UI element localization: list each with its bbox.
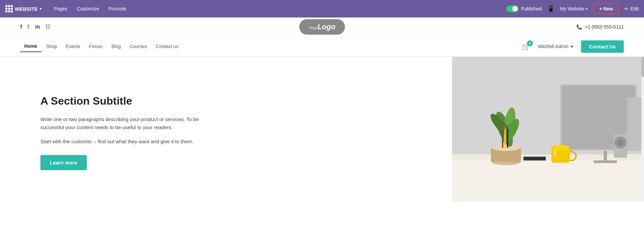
- mobile-device-icon[interactable]: 📱: [547, 5, 554, 12]
- desk-scene-svg: [452, 57, 644, 201]
- chevron-down-icon: ▾: [40, 7, 42, 11]
- phone-icon: 📞: [576, 24, 582, 30]
- office-image: [452, 57, 644, 201]
- nav-bar: Home Shop Events Forum Blog Courses Cont…: [0, 36, 644, 57]
- admin-bar: WEBSITE ▾ Pages Customize Promote Publis…: [0, 0, 644, 17]
- nav-contact-us[interactable]: Contact us: [152, 41, 182, 52]
- contact-us-button[interactable]: Contact Us: [581, 40, 624, 53]
- svg-rect-23: [504, 130, 506, 148]
- new-label: + New: [599, 6, 613, 11]
- twitter-icon[interactable]: 𝕥: [27, 24, 30, 30]
- my-website-label: My Website: [560, 6, 584, 11]
- nav-events[interactable]: Events: [62, 41, 84, 52]
- site-logo[interactable]: YourLogo: [299, 19, 345, 35]
- content-right: [452, 57, 644, 201]
- user-label: Mitchell Admin: [538, 44, 569, 49]
- instagram-icon[interactable]: ☷: [45, 24, 50, 30]
- svg-rect-25: [507, 129, 508, 148]
- svg-rect-6: [604, 151, 607, 161]
- published-label: Published: [521, 6, 542, 11]
- section-desc-1: Write one or two paragraphs describing y…: [40, 115, 209, 132]
- chevron-down-icon: ▾: [586, 7, 588, 11]
- nav-courses[interactable]: Courses: [126, 41, 151, 52]
- phone-area: 📞 +1 (650) 555-0111: [576, 24, 624, 30]
- website-logo-btn[interactable]: WEBSITE ▾: [5, 5, 42, 12]
- nav-right: 🛒 3 Mitchell Admin ▾ Contact Us: [522, 40, 624, 53]
- logo-your: Your: [308, 25, 317, 30]
- nav-links: Home Shop Events Forum Blog Courses Cont…: [20, 41, 182, 52]
- published-toggle-group: Published: [506, 5, 542, 12]
- my-website-btn[interactable]: My Website ▾: [560, 6, 588, 11]
- user-chevron-icon: ▾: [571, 44, 573, 49]
- customize-nav[interactable]: Customize: [73, 4, 103, 13]
- learn-more-button[interactable]: Learn more: [40, 155, 87, 170]
- nav-shop[interactable]: Shop: [42, 41, 61, 52]
- published-toggle[interactable]: [506, 5, 518, 12]
- nav-forum[interactable]: Forum: [85, 41, 106, 52]
- linkedin-icon[interactable]: in: [35, 24, 40, 30]
- content-left: A Section Subtitle Write one or two para…: [0, 57, 452, 201]
- svg-point-30: [551, 145, 570, 150]
- website-label: WEBSITE: [15, 6, 38, 12]
- edit-button[interactable]: ✏ Edit: [624, 6, 639, 11]
- section-desc-2: Start with the customer – find out what …: [40, 138, 209, 146]
- header-top: f 𝕥 in ☷ YourLogo 📞 +1 (650) 555-0111: [0, 17, 644, 36]
- svg-rect-3: [452, 160, 644, 201]
- section-title: A Section Subtitle: [40, 95, 432, 107]
- edit-label: Edit: [631, 6, 639, 11]
- nav-blog[interactable]: Blog: [107, 41, 125, 52]
- svg-point-18: [492, 144, 520, 151]
- user-menu[interactable]: Mitchell Admin ▾: [538, 44, 573, 49]
- facebook-icon[interactable]: f: [20, 24, 22, 30]
- main-content: A Section Subtitle Write one or two para…: [0, 57, 644, 201]
- social-icons: f 𝕥 in ☷: [20, 24, 50, 30]
- logo-text: Logo: [317, 23, 336, 31]
- new-button[interactable]: + New: [593, 3, 619, 14]
- cart-button[interactable]: 🛒 3: [522, 42, 530, 50]
- nav-home[interactable]: Home: [20, 41, 41, 52]
- phone-number: +1 (650) 555-0111: [585, 24, 624, 30]
- svg-rect-33: [523, 157, 546, 160]
- logo-oval: YourLogo: [299, 19, 345, 35]
- svg-point-11: [617, 139, 624, 146]
- scrollbar[interactable]: [641, 57, 644, 201]
- pencil-icon: ✏: [624, 6, 629, 11]
- svg-rect-27: [502, 131, 503, 148]
- admin-bar-right: Published 📱 My Website ▾ + New ✏ Edit: [506, 3, 639, 14]
- grid-icon: [5, 5, 13, 12]
- scrollbar-thumb[interactable]: [641, 57, 644, 77]
- svg-rect-7: [594, 160, 617, 163]
- svg-rect-31: [554, 150, 556, 157]
- admin-bar-left: WEBSITE ▾ Pages Customize Promote: [5, 4, 506, 13]
- site-header: f 𝕥 in ☷ YourLogo 📞 +1 (650) 555-0111 Ho…: [0, 17, 644, 57]
- promote-nav[interactable]: Promote: [104, 4, 130, 13]
- cart-badge: 3: [527, 40, 533, 46]
- pages-nav[interactable]: Pages: [50, 4, 71, 13]
